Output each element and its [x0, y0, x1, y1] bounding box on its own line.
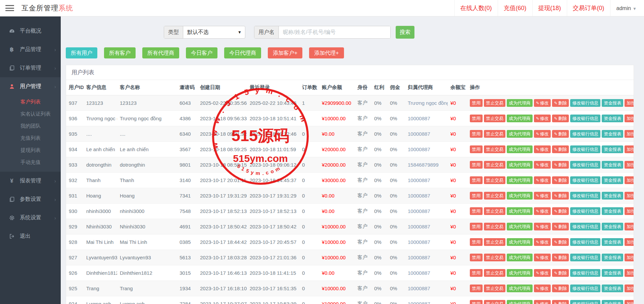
action-edit-bank[interactable]: 修改银行信息	[570, 285, 600, 292]
action-make-agent[interactable]: 成为代理商	[507, 300, 533, 304]
action-fund-report[interactable]: 资金报表	[602, 285, 623, 292]
action-fund-report[interactable]: 资金报表	[602, 115, 623, 122]
action-fund-report[interactable]: 资金报表	[602, 176, 623, 184]
cell-agent-link[interactable]: 10000887	[405, 234, 448, 250]
username-input[interactable]	[279, 26, 390, 38]
quick-button-today-clients[interactable]: 今日客户	[186, 47, 217, 58]
admin-menu[interactable]: admin▼	[610, 0, 644, 16]
action-make-agent[interactable]: 成为代理商	[507, 285, 533, 292]
action-disable[interactable]: 禁用	[470, 176, 483, 184]
action-adjust-funds[interactable]: 加扣款	[625, 285, 634, 292]
sidebar-item-reports[interactable]: ¥报表管理›	[0, 172, 61, 190]
action-adjust-funds[interactable]: 加扣款	[625, 130, 634, 138]
quick-button-add-agent[interactable]: 添加代理+	[309, 47, 344, 58]
action-edit[interactable]: ✎修改	[534, 99, 551, 107]
action-fund-report[interactable]: 资金报表	[602, 300, 623, 304]
action-delete[interactable]: ✎删除	[552, 192, 569, 200]
cell-agent-link[interactable]: 15846879899	[405, 157, 448, 173]
action-edit[interactable]: ✎修改	[534, 223, 551, 230]
action-disable[interactable]: 禁用	[470, 254, 483, 261]
sidebar-subitem[interactable]: 充值列表	[0, 132, 61, 144]
action-disable[interactable]: 禁用	[470, 130, 483, 138]
action-make-agent[interactable]: 成为代理商	[507, 254, 533, 261]
action-make-agent[interactable]: 成为代理商	[507, 207, 533, 215]
action-edit-bank[interactable]: 修改银行信息	[570, 115, 600, 122]
action-edit[interactable]: ✎修改	[534, 176, 551, 184]
action-fund-report[interactable]: 资金报表	[602, 161, 623, 169]
action-adjust-funds[interactable]: 加扣款	[625, 300, 634, 304]
action-make-agent[interactable]: 成为代理商	[507, 238, 533, 246]
action-ban-trade[interactable]: 禁止交易	[484, 223, 505, 230]
header-stat[interactable]: 在线人数(0)	[454, 0, 498, 16]
action-edit[interactable]: ✎修改	[534, 130, 551, 138]
cell-agent-link[interactable]: 10000887	[405, 173, 448, 188]
action-delete[interactable]: ✎删除	[552, 99, 569, 107]
action-adjust-funds[interactable]: 加扣款	[625, 99, 634, 107]
action-edit[interactable]: ✎修改	[534, 145, 551, 153]
action-adjust-funds[interactable]: 加扣款	[625, 161, 634, 169]
action-delete[interactable]: ✎删除	[552, 115, 569, 122]
action-make-agent[interactable]: 成为代理商	[507, 99, 533, 107]
header-stat[interactable]: 提现(18)	[532, 0, 567, 16]
action-make-agent[interactable]: 成为代理商	[507, 223, 533, 230]
action-ban-trade[interactable]: 禁止交易	[484, 161, 505, 169]
action-fund-report[interactable]: 资金报表	[602, 130, 623, 138]
action-adjust-funds[interactable]: 加扣款	[625, 115, 634, 122]
action-edit-bank[interactable]: 修改银行信息	[570, 99, 600, 107]
action-fund-report[interactable]: 资金报表	[602, 192, 623, 200]
action-edit[interactable]: ✎修改	[534, 238, 551, 246]
cell-agent-link[interactable]: 10000887	[405, 281, 448, 296]
action-make-agent[interactable]: 成为代理商	[507, 269, 533, 277]
cell-agent-link[interactable]: 10000887	[405, 142, 448, 157]
action-edit-bank[interactable]: 修改银行信息	[570, 192, 600, 200]
sidebar-item-logout[interactable]: 退出	[0, 227, 61, 246]
action-ban-trade[interactable]: 禁止交易	[484, 207, 505, 215]
quick-button-all-users[interactable]: 所有用户	[66, 47, 97, 58]
action-edit-bank[interactable]: 修改银行信息	[570, 300, 600, 304]
action-disable[interactable]: 禁用	[470, 285, 483, 292]
action-make-agent[interactable]: 成为代理商	[507, 161, 533, 169]
sidebar-subitem[interactable]: 客户列表	[0, 96, 61, 108]
action-ban-trade[interactable]: 禁止交易	[484, 300, 505, 304]
action-edit-bank[interactable]: 修改银行信息	[570, 130, 600, 138]
sidebar-subitem[interactable]: 手动充值	[0, 156, 61, 168]
quick-button-add-client[interactable]: 添加客户+	[268, 47, 302, 58]
action-delete[interactable]: ✎删除	[552, 207, 569, 215]
action-ban-trade[interactable]: 禁止交易	[484, 285, 505, 292]
cell-agent-link[interactable]: 10000887	[405, 204, 448, 219]
action-disable[interactable]: 禁用	[470, 115, 483, 122]
sidebar-subitem[interactable]: 实名认证列表	[0, 108, 61, 120]
action-fund-report[interactable]: 资金报表	[602, 207, 623, 215]
action-ban-trade[interactable]: 禁止交易	[484, 99, 505, 107]
action-ban-trade[interactable]: 禁止交易	[484, 115, 505, 122]
action-edit-bank[interactable]: 修改银行信息	[570, 238, 600, 246]
action-edit[interactable]: ✎修改	[534, 115, 551, 122]
action-fund-report[interactable]: 资金报表	[602, 254, 623, 261]
action-edit-bank[interactable]: 修改银行信息	[570, 269, 600, 277]
action-disable[interactable]: 禁用	[470, 145, 483, 153]
action-edit[interactable]: ✎修改	[534, 269, 551, 277]
action-edit-bank[interactable]: 修改银行信息	[570, 161, 600, 169]
action-edit[interactable]: ✎修改	[534, 285, 551, 292]
action-delete[interactable]: ✎删除	[552, 238, 569, 246]
action-disable[interactable]: 禁用	[470, 192, 483, 200]
action-fund-report[interactable]: 资金报表	[602, 145, 623, 153]
cell-agent-link[interactable]: 10000887	[405, 265, 448, 281]
sidebar-item-products[interactable]: ฿产品管理›	[0, 40, 61, 59]
action-delete[interactable]: ✎删除	[552, 300, 569, 304]
action-adjust-funds[interactable]: 加扣款	[625, 238, 634, 246]
action-ban-trade[interactable]: 禁止交易	[484, 238, 505, 246]
action-edit[interactable]: ✎修改	[534, 254, 551, 261]
cell-agent-link[interactable]: 10000887	[405, 188, 448, 204]
action-adjust-funds[interactable]: 加扣款	[625, 145, 634, 153]
action-edit[interactable]: ✎修改	[534, 207, 551, 215]
action-make-agent[interactable]: 成为代理商	[507, 176, 533, 184]
action-make-agent[interactable]: 成为代理商	[507, 145, 533, 153]
action-delete[interactable]: ✎删除	[552, 145, 569, 153]
action-edit-bank[interactable]: 修改银行信息	[570, 176, 600, 184]
action-fund-report[interactable]: 资金报表	[602, 223, 623, 230]
action-delete[interactable]: ✎删除	[552, 285, 569, 292]
action-adjust-funds[interactable]: 加扣款	[625, 269, 634, 277]
cell-agent-link[interactable]: 10000887	[405, 111, 448, 126]
cell-agent-link[interactable]: 10000887	[405, 250, 448, 265]
